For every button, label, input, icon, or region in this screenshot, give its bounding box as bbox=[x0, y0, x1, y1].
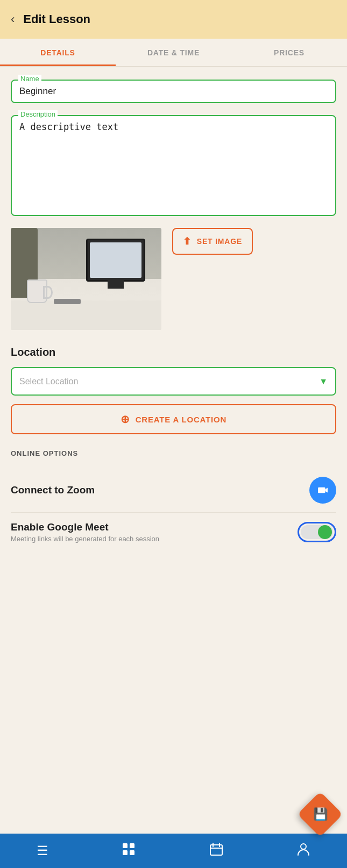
location-select-wrapper: Select Location ▼ bbox=[11, 367, 336, 396]
person-icon bbox=[296, 842, 310, 859]
back-button[interactable]: ‹ bbox=[11, 12, 15, 26]
google-meet-option-row: Enable Google Meet Meeting links will be… bbox=[11, 513, 336, 551]
set-image-button[interactable]: ⬆ SET IMAGE bbox=[172, 228, 253, 255]
monitor-screen bbox=[90, 242, 141, 278]
grid-icon bbox=[122, 842, 136, 859]
lesson-image bbox=[11, 228, 161, 330]
plus-circle-icon: ⊕ bbox=[121, 413, 130, 426]
name-input[interactable] bbox=[19, 86, 328, 97]
svg-rect-5 bbox=[210, 845, 222, 855]
toggle-outline[interactable] bbox=[298, 522, 336, 542]
create-location-button[interactable]: ⊕ CREATE A LOCATION bbox=[11, 404, 336, 434]
name-field-group: Name bbox=[11, 80, 336, 103]
set-image-label: SET IMAGE bbox=[197, 237, 242, 246]
image-area: ⬆ SET IMAGE bbox=[11, 228, 336, 330]
zoom-icon bbox=[315, 482, 331, 498]
mug bbox=[27, 279, 47, 303]
toggle-thumb bbox=[318, 525, 332, 539]
zoom-option-text: Connect to Zoom bbox=[11, 484, 95, 496]
svg-rect-3 bbox=[123, 850, 128, 855]
google-meet-option-text: Enable Google Meet Meeting links will be… bbox=[11, 521, 159, 543]
google-meet-subtitle: Meeting links will be generated for each… bbox=[11, 535, 159, 543]
save-fab[interactable]: 💾 bbox=[298, 792, 343, 837]
tabs-bar: DETAILS DATE & TIME PRICES bbox=[0, 39, 347, 67]
calendar-icon bbox=[209, 842, 223, 859]
google-meet-toggle[interactable] bbox=[298, 522, 336, 542]
location-section-title: Location bbox=[11, 346, 336, 358]
bottom-nav: ☰ bbox=[0, 834, 347, 868]
online-options-label: ONLINE OPTIONS bbox=[11, 449, 336, 457]
nav-person[interactable] bbox=[288, 838, 319, 864]
tab-datetime[interactable]: DATE & TIME bbox=[116, 39, 231, 66]
page-title: Edit Lesson bbox=[23, 12, 90, 26]
keys bbox=[54, 299, 81, 304]
toggle-track bbox=[301, 525, 333, 539]
upload-icon: ⬆ bbox=[183, 235, 192, 247]
svg-rect-2 bbox=[130, 843, 134, 848]
description-input[interactable]: A descriptive text bbox=[19, 121, 328, 207]
create-location-label: CREATE A LOCATION bbox=[136, 415, 226, 424]
nav-grid[interactable] bbox=[113, 838, 144, 864]
zoom-option-row: Connect to Zoom bbox=[11, 468, 336, 513]
desk-surface bbox=[11, 300, 161, 330]
tab-prices[interactable]: PRICES bbox=[231, 39, 347, 66]
online-options-section: ONLINE OPTIONS Connect to Zoom Enable Go… bbox=[11, 449, 336, 551]
header: ‹ Edit Lesson bbox=[0, 0, 347, 39]
svg-rect-4 bbox=[130, 850, 134, 855]
location-select[interactable]: Select Location bbox=[11, 367, 336, 396]
svg-point-9 bbox=[301, 844, 306, 849]
nav-calendar[interactable] bbox=[201, 838, 232, 864]
monitor bbox=[86, 239, 145, 282]
svg-rect-1 bbox=[123, 843, 128, 848]
description-label: Description bbox=[18, 110, 58, 118]
name-label: Name bbox=[18, 75, 41, 83]
google-meet-title: Enable Google Meet bbox=[11, 521, 159, 533]
nav-menu[interactable]: ☰ bbox=[28, 839, 57, 863]
description-field-group: Description A descriptive text bbox=[11, 115, 336, 216]
save-icon: 💾 bbox=[313, 807, 328, 821]
zoom-button[interactable] bbox=[309, 477, 336, 504]
menu-icon: ☰ bbox=[37, 843, 48, 858]
zoom-title: Connect to Zoom bbox=[11, 484, 95, 496]
content-area: Name Description A descriptive text ⬆ SE… bbox=[0, 67, 347, 616]
tab-details[interactable]: DETAILS bbox=[0, 39, 116, 66]
